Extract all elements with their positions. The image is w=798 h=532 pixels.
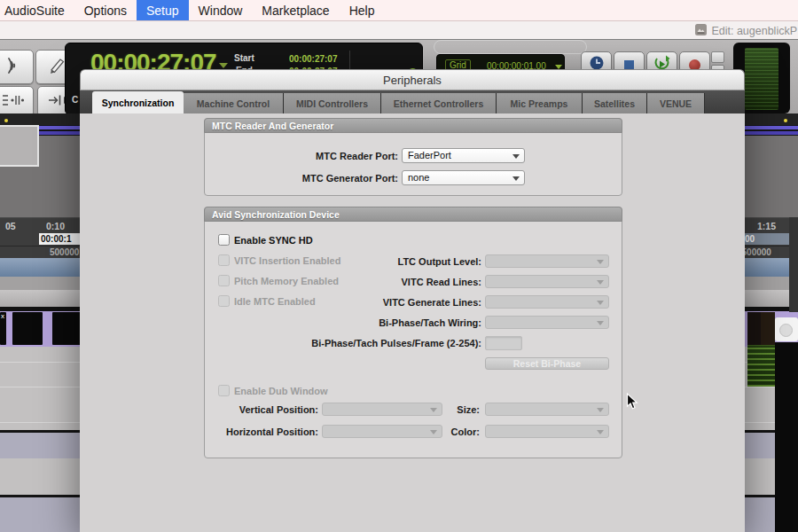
counter-cluster-outline: [434, 40, 587, 54]
info-bar: Edit: augenblickP: [0, 21, 798, 39]
dialog-titlebar[interactable]: Peripherals: [80, 69, 745, 90]
tab-synchronization[interactable]: Synchronization: [92, 91, 184, 113]
mtc-reader-port-select[interactable]: FaderPort: [402, 148, 525, 163]
timecode-selection-cell: 00:00:1: [39, 233, 82, 245]
vitc-generate-lines-label: VITC Generate Lines:: [205, 297, 481, 308]
cursor-label-partial: C: [72, 95, 78, 105]
tab-ethernet-controllers[interactable]: Ethernet Controllers: [381, 93, 497, 113]
mtc-generator-port-label: MTC Generator Port:: [205, 173, 398, 184]
counter-dropdown-icon[interactable]: [219, 63, 228, 68]
ruler-tick-label: 1:15: [757, 221, 776, 231]
enable-sync-hd-label: Enable SYNC HD: [234, 235, 313, 246]
vitc-generate-lines-select: [485, 295, 609, 309]
dialog-body: MTC Reader And Generator MTC Reader Port…: [80, 113, 745, 532]
tab-venue[interactable]: VENUE: [647, 93, 705, 113]
transient-bars-icon: [1, 93, 25, 111]
peripherals-dialog: Peripherals Synchronization Machine Cont…: [80, 69, 745, 532]
dialog-tabbar: Synchronization Machine Control MIDI Con…: [80, 90, 745, 113]
enable-dub-window-label: Enable Dub Window: [234, 386, 328, 396]
ruler-tick-label: 500000: [50, 247, 79, 257]
vertical-position-label: Vertical Position:: [205, 404, 318, 415]
group-header: MTC Reader And Generator: [204, 118, 622, 133]
chevron-down-icon: [597, 260, 604, 264]
video-clip-label: x: [1, 312, 4, 320]
chevron-down-icon: [597, 430, 604, 434]
mouse-cursor: [626, 393, 638, 414]
reset-biphase-button: Reset Bi-Phase: [485, 357, 609, 370]
video-thumbnail: [747, 312, 761, 345]
video-clip[interactable]: x: [0, 312, 6, 345]
color-label: Color:: [338, 426, 480, 437]
biphase-pulses-field: [485, 336, 522, 350]
window-right-edge: [789, 217, 798, 312]
video-thumbnail: [761, 312, 775, 345]
vitc-read-lines-select: [485, 275, 609, 288]
enable-sync-hd-checkbox[interactable]: [218, 234, 230, 246]
menu-help[interactable]: Help: [340, 0, 385, 20]
biphase-wiring-select: [485, 316, 609, 329]
color-select: [485, 425, 609, 438]
chevron-down-icon: [597, 280, 604, 285]
chevron-down-icon: [597, 408, 604, 412]
mtc-reader-port-label: MTC Reader Port:: [205, 151, 398, 161]
mtc-generator-port-value: none: [408, 172, 429, 183]
menu-setup[interactable]: Setup: [137, 0, 189, 20]
mtc-reader-port-value: FaderPort: [408, 150, 451, 160]
mtc-reader-generator-group: MTC Reader And Generator MTC Reader Port…: [204, 118, 622, 196]
ltc-output-level-label: LTC Output Level:: [205, 256, 481, 267]
record-enable-circle-icon: [779, 324, 793, 337]
size-label: Size:: [338, 404, 480, 415]
menu-marketplace[interactable]: Marketplace: [252, 0, 339, 20]
tab-mic-preamps[interactable]: Mic Preamps: [497, 93, 583, 113]
session-icon: [695, 23, 707, 39]
horizontal-position-label: Horizontal Position:: [205, 426, 318, 437]
start-label: Start: [234, 53, 254, 63]
ltc-output-level-select: [485, 254, 609, 268]
size-select: [485, 403, 609, 416]
scrub-waves-icon: [4, 55, 21, 80]
biphase-wiring-label: Bi-Phase/Tach Wiring:: [205, 317, 481, 328]
chevron-down-icon: [512, 176, 520, 181]
floating-panel[interactable]: [775, 317, 798, 341]
enable-dub-window-checkbox: [218, 385, 230, 396]
marker-memory-box: [0, 125, 39, 167]
protools-screen: AudioSuite Options Setup Window Marketpl…: [0, 0, 798, 532]
video-clip[interactable]: [12, 312, 43, 345]
menu-bar: AudioSuite Options Setup Window Marketpl…: [0, 0, 798, 21]
marker-dot: [784, 119, 787, 122]
group-header: Avid Synchronization Device: [204, 207, 622, 222]
marker-dot: [4, 119, 8, 122]
chevron-down-icon: [597, 301, 604, 305]
tab-midi-controllers[interactable]: MIDI Controllers: [284, 93, 381, 113]
menu-window[interactable]: Window: [189, 0, 253, 20]
menu-audiosuite[interactable]: AudioSuite: [0, 0, 74, 20]
session-title: Edit: augenblickP: [711, 25, 797, 37]
scrubber-tool-button[interactable]: [0, 50, 34, 84]
start-value[interactable]: 00:00:27:07: [289, 54, 337, 64]
stop-icon: [624, 60, 634, 70]
tab-to-transient-button[interactable]: [0, 86, 34, 117]
chevron-down-icon: [597, 321, 604, 325]
avid-sync-device-group: Avid Synchronization Device Enable SYNC …: [204, 207, 622, 458]
mtc-generator-port-select[interactable]: none: [402, 170, 525, 185]
dialog-title: Peripherals: [383, 74, 442, 87]
video-window-edge: [775, 342, 798, 532]
chevron-down-icon: [512, 154, 520, 159]
vitc-read-lines-label: VITC Read Lines:: [205, 277, 481, 287]
level-meter: [745, 48, 778, 110]
menu-options[interactable]: Options: [74, 0, 137, 20]
ruler-tick-label: 05: [5, 221, 16, 231]
tab-satellites[interactable]: Satellites: [583, 93, 647, 113]
video-clip[interactable]: [52, 312, 81, 345]
ruler-tick-label: 0:10: [46, 221, 65, 231]
audio-waveform-clip[interactable]: [747, 345, 775, 387]
tab-machine-control[interactable]: Machine Control: [184, 93, 284, 113]
biphase-pulses-label: Bi-Phase/Tach Pulses/Frame (2-254):: [205, 338, 481, 348]
window-square-icon: [711, 51, 724, 63]
